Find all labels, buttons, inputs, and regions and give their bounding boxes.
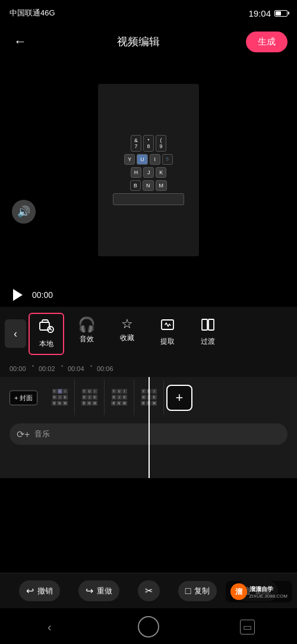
ruler-00: 00:00 <box>10 365 27 372</box>
cut-icon: ✂ <box>145 585 153 596</box>
ruler-02: 00:02 <box>39 365 56 372</box>
redo-label: 重做 <box>97 586 112 596</box>
playback-bar: 00:00 <box>0 283 297 307</box>
key-9: (9 <box>156 135 166 152</box>
ruler-04: 00:04 <box>68 365 86 372</box>
key-h: H <box>131 167 142 178</box>
copy-icon: □ <box>185 586 191 596</box>
battery-icon <box>274 10 287 17</box>
key-j: J <box>143 167 154 178</box>
music-label: 音乐 <box>34 429 50 439</box>
nav-bar: ‹ ▭ <box>0 610 297 644</box>
music-icon: ⟳+ <box>17 429 30 440</box>
ruler-dot-3 <box>90 365 92 367</box>
play-button[interactable] <box>10 287 26 303</box>
key-b: B <box>130 180 141 191</box>
carrier-label: 中国联通46G <box>10 8 55 18</box>
timeline-ruler: 00:00 00:02 00:04 00:06 <box>0 360 297 377</box>
favorites-icon: ☆ <box>121 318 133 331</box>
ruler-dot-2 <box>61 365 63 367</box>
volume-icon: 🔊 <box>17 205 30 218</box>
extract-label: 提取 <box>160 337 175 347</box>
copy-button[interactable]: □ 复制 <box>178 581 217 601</box>
watermark-sub: ZIXUE.3088.COM <box>249 593 287 599</box>
chevron-left-icon: ‹ <box>14 328 17 340</box>
favorites-label: 收藏 <box>120 333 134 343</box>
time-label: 19:04 <box>248 8 271 18</box>
tool-local[interactable]: 本地 <box>29 313 64 355</box>
tool-bar: ‹ 本地 🎧 音效 ☆ 收藏 <box>0 307 297 360</box>
cover-button[interactable]: + 封面 <box>10 391 37 406</box>
status-bar: 中国联通46G 19:04 <box>0 0 297 26</box>
watermark-text: 溜溜自学 ZIXUE.3088.COM <box>249 585 287 599</box>
play-icon <box>13 289 23 301</box>
undo-button[interactable]: ↩ 撤销 <box>19 580 60 601</box>
copy-label: 复制 <box>194 586 210 596</box>
key-k: K <box>156 167 166 178</box>
key-space <box>113 193 184 205</box>
key-star: *8 <box>143 135 154 152</box>
watermark-name: 溜溜自学 <box>249 585 287 593</box>
nav-recent-icon: ▭ <box>240 620 255 634</box>
video-preview-area: &7 *8 (9 Y U I 5 H J K B N M <box>0 57 297 283</box>
key-i: I <box>150 154 160 165</box>
extract-icon <box>160 318 175 334</box>
nav-home-button[interactable] <box>135 614 162 640</box>
cut-button[interactable]: ✂ <box>138 580 160 601</box>
tool-transition[interactable]: 过渡 <box>190 313 226 355</box>
local-label: 本地 <box>39 339 53 349</box>
key-5: 5 <box>162 154 173 165</box>
local-icon <box>39 319 54 337</box>
key-y: Y <box>124 154 135 165</box>
redo-icon: ↪ <box>86 585 93 596</box>
nav-recent-button[interactable]: ▭ <box>235 614 261 640</box>
generate-button[interactable]: 生成 <box>246 32 287 52</box>
tool-items: 本地 🎧 音效 ☆ 收藏 提取 <box>29 313 292 355</box>
volume-button[interactable]: 🔊 <box>12 200 36 224</box>
svg-rect-3 <box>202 319 207 330</box>
effects-icon: 🎧 <box>78 318 96 332</box>
current-time: 00:00 <box>32 290 53 300</box>
ruler-06: 00:06 <box>97 365 115 372</box>
redo-button[interactable]: ↪ 重做 <box>78 580 119 601</box>
svg-rect-4 <box>208 319 214 330</box>
ruler-marks: 00:00 00:02 00:04 00:06 <box>10 365 287 372</box>
frame-2: YUI HJK BNM <box>75 379 105 415</box>
transition-label: 过渡 <box>201 337 215 347</box>
frame-3: YUI HJK BNM <box>105 379 134 415</box>
back-arrow-icon: ← <box>14 35 27 48</box>
tool-extract[interactable]: 提取 <box>150 313 185 355</box>
page-title: 视频编辑 <box>117 34 160 49</box>
undo-icon: ↩ <box>26 585 34 596</box>
collapse-button[interactable]: ‹ <box>5 319 26 348</box>
keyboard-preview: &7 *8 (9 Y U I 5 H J K B N M <box>98 84 199 256</box>
watermark-logo: 溜 <box>230 583 247 600</box>
video-thumbnail: &7 *8 (9 Y U I 5 H J K B N M <box>98 84 199 256</box>
watermark: 溜 溜溜自学 ZIXUE.3088.COM <box>226 581 292 602</box>
playhead <box>148 377 150 478</box>
status-right: 19:04 <box>248 8 287 18</box>
undo-label: 撤销 <box>37 586 53 596</box>
key-m: M <box>156 180 168 191</box>
tool-favorites[interactable]: ☆ 收藏 <box>109 313 145 355</box>
key-n: N <box>143 180 154 191</box>
key-u: U <box>137 154 148 165</box>
nav-home-icon <box>138 616 159 637</box>
ruler-dot-1 <box>32 365 34 367</box>
key-amp: &7 <box>131 135 141 152</box>
nav-back-button[interactable]: ‹ <box>36 614 62 640</box>
add-clip-button[interactable]: + <box>166 385 192 411</box>
frame-1: YUI HJK BNM <box>45 379 75 415</box>
nav-back-icon: ‹ <box>48 620 52 634</box>
back-button[interactable]: ← <box>10 31 31 52</box>
tool-effects[interactable]: 🎧 音效 <box>69 313 105 355</box>
header: ← 视频编辑 生成 <box>0 26 297 57</box>
transition-icon <box>201 318 215 334</box>
effects-label: 音效 <box>80 334 94 344</box>
